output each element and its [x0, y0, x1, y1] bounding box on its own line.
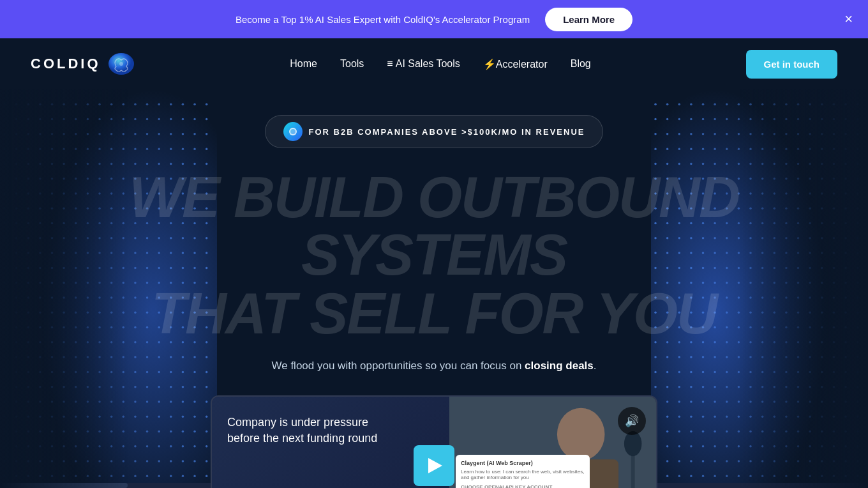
svg-point-942	[678, 431, 680, 432]
svg-point-411	[146, 431, 148, 432]
svg-point-343	[193, 371, 195, 373]
svg-point-908	[702, 400, 704, 402]
nav-link-accelerator[interactable]: ⚡⚡AcceleratorAccelerator	[483, 59, 548, 70]
svg-point-619	[690, 163, 692, 165]
svg-point-584	[702, 133, 704, 135]
svg-point-1085	[557, 408, 605, 460]
video-right-panel: Claygent (AI Web Scraper) Learn how to u…	[449, 397, 656, 489]
hero-section: // dots generated inline in the SVG via …	[0, 89, 868, 488]
svg-point-72	[182, 148, 184, 149]
nav-item-accelerator[interactable]: ⚡⚡AcceleratorAccelerator	[483, 58, 548, 70]
svg-point-598	[654, 148, 656, 149]
svg-point-548	[702, 103, 704, 105]
svg-point-393	[146, 415, 148, 417]
svg-point-961	[690, 445, 692, 447]
svg-point-466	[158, 475, 160, 477]
svg-point-997	[690, 475, 692, 477]
svg-point-396	[182, 415, 184, 417]
nav-link-ai-tools[interactable]: ≡AI Sales Tools	[387, 58, 460, 69]
svg-point-887	[666, 386, 668, 388]
svg-point-945	[714, 431, 715, 432]
svg-point-88	[158, 163, 160, 165]
target-badge: FOR B2B COMPANIES ABOVE >$100K/MO IN REV…	[265, 115, 604, 148]
svg-point-911	[738, 400, 740, 402]
svg-point-429	[146, 445, 148, 447]
video-inner: Company is under pressure before the nex…	[212, 397, 656, 489]
nav-item-home[interactable]: Home	[290, 58, 317, 70]
svg-point-907	[690, 400, 692, 402]
svg-point-551	[738, 103, 740, 105]
logo[interactable]: COLDIQ	[31, 51, 135, 77]
volume-icon: 🔊	[625, 414, 639, 428]
nav-item-ai-tools[interactable]: ≡AI Sales Tools	[387, 58, 460, 70]
nav-link-home[interactable]: Home	[290, 58, 317, 69]
svg-point-869	[666, 371, 668, 373]
svg-point-469	[193, 475, 195, 477]
nav-link-blog[interactable]: Blog	[571, 58, 591, 69]
screen-section-label: CHOOSE OPENAI API KEY ACCOUNT	[461, 484, 585, 489]
svg-point-999	[714, 475, 715, 477]
svg-point-567	[714, 118, 715, 120]
svg-point-446	[134, 460, 136, 462]
badge-text: FOR B2B COMPANIES ABOVE >$100K/MO IN REV…	[309, 127, 585, 137]
play-button[interactable]	[414, 445, 454, 486]
learn-more-button[interactable]: Learn More	[545, 8, 632, 31]
nav-item-blog[interactable]: Blog	[571, 58, 591, 70]
svg-point-432	[182, 445, 184, 447]
svg-point-394	[158, 415, 160, 417]
svg-point-545	[666, 103, 668, 105]
subtext-normal: We flood you with opportunities so you c…	[271, 360, 521, 372]
svg-point-906	[678, 400, 680, 402]
svg-point-447	[146, 460, 148, 462]
svg-point-875	[738, 371, 740, 373]
svg-point-467	[170, 475, 172, 477]
banner-text: Become a Top 1% AI Sales Expert with Col…	[236, 14, 530, 25]
svg-point-964	[726, 445, 728, 447]
headline-line1: WE BUILD OUTBOUND SYSTEMS	[51, 169, 817, 284]
svg-point-888	[678, 386, 680, 388]
svg-point-320	[134, 356, 136, 358]
svg-point-963	[714, 445, 715, 447]
svg-point-868	[654, 371, 656, 373]
svg-point-87	[146, 163, 148, 165]
svg-point-69	[146, 148, 148, 149]
get-in-touch-button[interactable]: Get in touch	[746, 50, 838, 79]
volume-button[interactable]: 🔊	[618, 407, 646, 435]
svg-point-547	[690, 103, 692, 105]
nav-item-tools[interactable]: Tools	[340, 58, 364, 70]
svg-point-617	[666, 163, 668, 165]
svg-point-340	[158, 371, 160, 373]
svg-point-430	[158, 445, 160, 447]
svg-point-339	[146, 371, 148, 373]
svg-point-70	[158, 148, 160, 149]
svg-point-965	[738, 445, 740, 447]
subtext-end: .	[594, 360, 597, 372]
svg-point-856	[726, 356, 728, 358]
svg-point-16	[158, 103, 160, 105]
nav-link-tools[interactable]: Tools	[340, 58, 364, 69]
svg-point-322	[158, 356, 160, 358]
svg-point-981	[714, 460, 715, 462]
svg-point-374	[134, 400, 136, 402]
banner-close-button[interactable]: ×	[844, 12, 853, 26]
svg-point-566	[702, 118, 704, 120]
svg-point-338	[134, 371, 136, 373]
svg-point-50	[134, 133, 136, 135]
svg-point-874	[726, 371, 728, 373]
svg-point-448	[158, 460, 160, 462]
svg-point-378	[182, 400, 184, 402]
svg-point-983	[738, 460, 740, 462]
svg-point-853	[690, 356, 692, 358]
svg-point-356	[134, 386, 136, 388]
screen-desc: Learn how to use: I can search the web, …	[461, 469, 585, 480]
svg-point-416	[206, 431, 207, 432]
svg-point-413	[170, 431, 172, 432]
svg-point-923	[666, 415, 668, 417]
svg-point-324	[182, 356, 184, 358]
svg-point-850	[654, 356, 656, 358]
navbar: COLDIQ Home Tools ≡AI Sales Tools ⚡⚡Acce…	[0, 38, 868, 89]
svg-point-1000	[726, 475, 728, 477]
svg-point-569	[738, 118, 740, 120]
svg-point-1	[119, 62, 123, 66]
video-container: Company is under pressure before the nex…	[211, 395, 657, 489]
